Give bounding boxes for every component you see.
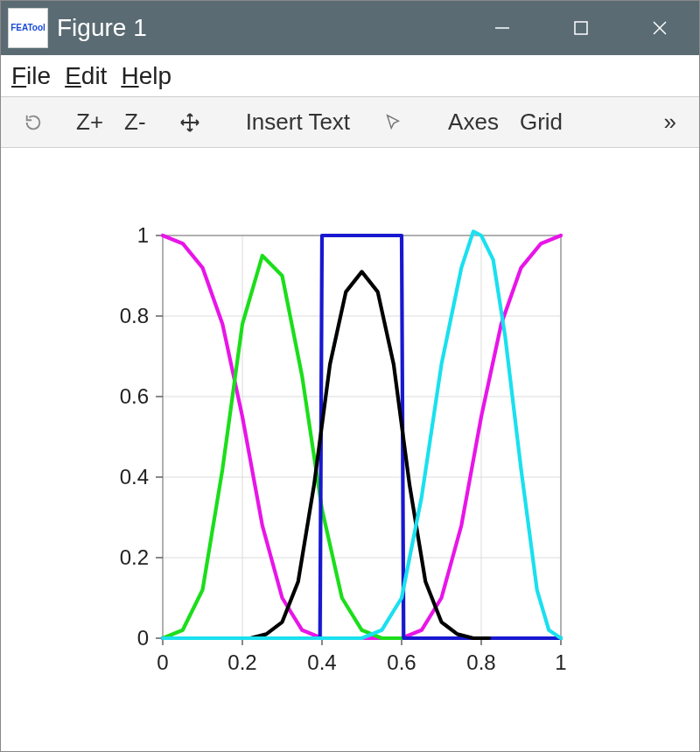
x-tick-label: 1 (555, 650, 566, 674)
restore-view-button[interactable] (13, 109, 53, 136)
series-magenta (163, 235, 561, 638)
restore-icon (24, 113, 43, 132)
zoom-out-button[interactable]: Z- (114, 105, 157, 139)
y-tick-label: 0.2 (120, 545, 149, 569)
y-tick-label: 0.8 (120, 304, 149, 327)
close-icon (650, 18, 669, 38)
maximize-icon (572, 19, 590, 37)
close-button[interactable] (620, 1, 699, 55)
app-icon: FEATool (8, 8, 48, 48)
y-tick-label: 0.6 (120, 384, 149, 408)
x-tick-label: 0.8 (466, 650, 495, 674)
menu-file-rest: ile (26, 62, 51, 89)
pan-icon (179, 112, 200, 133)
menu-edit-rest: dit (81, 62, 108, 89)
titlebar: FEATool Figure 1 (1, 1, 699, 55)
y-tick-label: 0.4 (120, 465, 149, 488)
x-tick-label: 0.6 (387, 650, 416, 674)
app-icon-text: FEATool (10, 24, 46, 32)
menu-file[interactable]: File (11, 62, 51, 90)
menu-edit[interactable]: Edit (65, 62, 107, 90)
series-cyan (163, 231, 561, 638)
toolbar: Z+ Z- Insert Text Axes Grid » (1, 97, 699, 148)
window-controls (463, 1, 699, 55)
maximize-button[interactable] (542, 1, 620, 55)
plot-area: 00.20.40.60.8100.20.40.60.81 (1, 148, 699, 751)
svg-rect-1 (575, 22, 587, 34)
pointer-icon (383, 113, 402, 132)
menu-help-rest: elp (139, 62, 172, 89)
window-title: Figure 1 (57, 14, 463, 42)
chart[interactable]: 00.20.40.60.8100.20.40.60.81 (1, 148, 699, 750)
y-tick-label: 1 (137, 223, 149, 247)
pan-button[interactable] (169, 109, 211, 137)
menubar: File Edit Help (1, 55, 699, 97)
x-tick-label: 0 (157, 650, 168, 674)
minimize-button[interactable] (463, 1, 542, 55)
toolbar-overflow-button[interactable]: » (654, 105, 687, 139)
axes-box (163, 235, 561, 638)
minimize-icon (493, 18, 512, 38)
grid-button[interactable]: Grid (509, 105, 573, 139)
y-tick-label: 0 (137, 626, 149, 650)
menu-help[interactable]: Help (121, 62, 172, 90)
x-tick-label: 0.4 (307, 650, 336, 674)
axes-button[interactable]: Axes (438, 105, 509, 139)
pointer-button[interactable] (373, 109, 413, 136)
x-tick-label: 0.2 (228, 650, 256, 674)
insert-text-button[interactable]: Insert Text (235, 105, 360, 139)
zoom-in-button[interactable]: Z+ (66, 105, 114, 139)
series-blue-step (163, 235, 561, 638)
